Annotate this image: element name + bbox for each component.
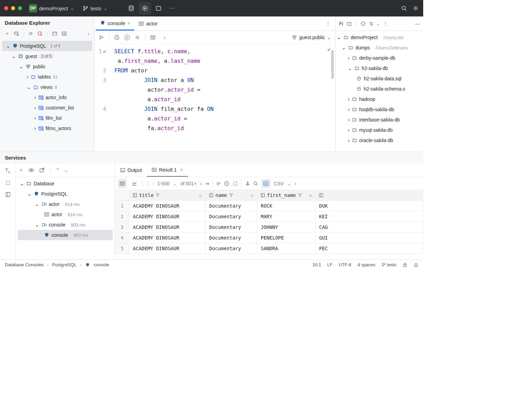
- folder-icon[interactable]: [347, 21, 352, 26]
- next-page-icon[interactable]: ›: [200, 181, 202, 186]
- maximize-window[interactable]: [18, 6, 22, 10]
- filter-icon[interactable]: [156, 193, 160, 197]
- filter-icon[interactable]: [298, 193, 302, 197]
- views-node[interactable]: ⌄ views 8: [0, 82, 94, 92]
- pin-icon[interactable]: [245, 181, 250, 186]
- code-editor[interactable]: 1✔ 2 3 4 SELECT f.title, c.name, a.first…: [94, 44, 335, 152]
- search-icon[interactable]: [253, 181, 258, 186]
- cell-firstname[interactable]: JOHNNY: [257, 222, 316, 232]
- svc-query-actor[interactable]: ⌄actor 614 ms: [16, 199, 115, 209]
- svc-query-console[interactable]: ⌄console 903 ms: [16, 220, 115, 230]
- grid-row[interactable]: 5 ACADEMY DINOSAUR Documentary SANDRA PE…: [115, 243, 423, 254]
- stop-icon[interactable]: [233, 181, 238, 186]
- cell-title[interactable]: ACADEMY DINOSAUR: [130, 211, 206, 222]
- table-view-icon[interactable]: [118, 179, 127, 188]
- cell-firstname[interactable]: SANDRA: [257, 243, 316, 254]
- indent[interactable]: 4 spaces: [358, 262, 375, 267]
- cell-name[interactable]: Documentary: [206, 201, 257, 211]
- folder-item[interactable]: ›oracle-sakila-db: [336, 135, 423, 145]
- cell-title[interactable]: ACADEMY DINOSAUR: [130, 222, 206, 232]
- grid-row[interactable]: 3 ACADEMY DINOSAUR Documentary JOHNNY CA…: [115, 222, 423, 233]
- close-icon[interactable]: ×: [127, 20, 131, 26]
- add-icon[interactable]: ＋: [19, 167, 23, 173]
- tx-icon[interactable]: Tx: [5, 167, 10, 174]
- grid-row[interactable]: 4 ACADEMY DINOSAUR Documentary PENELOPE …: [115, 233, 423, 243]
- filter-icon[interactable]: [229, 193, 233, 197]
- sort-icon[interactable]: ◇: [199, 192, 202, 198]
- minimize-icon[interactable]: —: [415, 21, 420, 26]
- cell-title[interactable]: ACADEMY DINOSAUR: [130, 201, 206, 211]
- last-page-icon[interactable]: ⇥: [205, 181, 209, 186]
- svc-db-node[interactable]: ⌄Database: [16, 178, 115, 189]
- run-icon[interactable]: [99, 35, 104, 40]
- folder-dumps[interactable]: ⌄dumps /Users/JetBrains: [336, 43, 423, 53]
- history-icon[interactable]: [114, 35, 120, 40]
- schema-selector[interactable]: guest.public: [292, 35, 331, 40]
- branch-selector[interactable]: tests: [83, 5, 108, 11]
- collapse-up-icon[interactable]: ⌃: [56, 167, 60, 173]
- datasource-props-icon[interactable]: [14, 31, 19, 36]
- lock-icon[interactable]: [403, 262, 407, 267]
- expand-icon[interactable]: ›: [164, 35, 166, 40]
- close-icon[interactable]: ×: [180, 167, 183, 173]
- collapse-down-icon[interactable]: ⌵: [65, 167, 67, 173]
- refresh-icon[interactable]: ⟳: [216, 181, 221, 186]
- view-item[interactable]: ›films_actors: [0, 123, 94, 133]
- cell-lastname[interactable]: GUI: [316, 233, 423, 243]
- more-icon[interactable]: ⋮: [383, 21, 388, 26]
- add-icon[interactable]: ＋: [5, 31, 10, 37]
- cell-firstname[interactable]: ROCK: [257, 201, 316, 211]
- grid-icon[interactable]: [150, 35, 156, 40]
- folder-item[interactable]: ›hadoop: [336, 94, 423, 104]
- export-format[interactable]: CSV: [274, 181, 284, 186]
- code-content[interactable]: SELECT f.title, c.name, a.first_name, a.…: [113, 44, 335, 152]
- file-item[interactable]: h2-sakila-schema.s: [336, 84, 423, 94]
- tabs-more-icon[interactable]: ⋮: [322, 21, 334, 26]
- tab-console[interactable]: console ×: [96, 16, 134, 31]
- tab-output[interactable]: Output: [115, 163, 147, 177]
- target-icon[interactable]: [360, 21, 366, 26]
- crumb[interactable]: console: [94, 262, 109, 267]
- col-header-title[interactable]: title◇: [130, 190, 206, 200]
- expand-icon[interactable]: ›: [295, 181, 296, 186]
- cell-name[interactable]: Documentary: [206, 243, 257, 254]
- svc-result-actor[interactable]: actor 614 ms: [16, 209, 115, 220]
- first-page-icon[interactable]: ⤴: [146, 181, 149, 186]
- eye-icon[interactable]: [28, 167, 34, 173]
- tables-node[interactable]: › tables 51: [0, 72, 94, 82]
- close-window[interactable]: [4, 6, 8, 10]
- cell-firstname[interactable]: MARY: [257, 211, 316, 222]
- svc-result-console[interactable]: console 903 ms: [18, 230, 113, 240]
- open-file-icon[interactable]: [153, 2, 165, 14]
- cell-firstname[interactable]: PENELOPE: [257, 233, 316, 243]
- line-ending[interactable]: LF: [327, 262, 333, 267]
- stop-icon[interactable]: [37, 31, 43, 36]
- project-selector[interactable]: DP demoProject: [29, 4, 75, 12]
- folder-item[interactable]: ›hsqldb-sakila-db: [336, 104, 423, 115]
- profile-icon[interactable]: p: [124, 35, 130, 40]
- collapse-icon[interactable]: ⌵: [377, 21, 380, 26]
- cell-name[interactable]: Documentary: [206, 233, 257, 243]
- database-tool-icon[interactable]: [125, 2, 137, 14]
- cursor-position[interactable]: 10:1: [313, 262, 321, 267]
- view-item[interactable]: ›film_list: [0, 113, 94, 123]
- tab-result[interactable]: Result 1×: [147, 163, 188, 177]
- minimize-window[interactable]: [11, 6, 15, 10]
- cell-lastname[interactable]: KEI: [316, 211, 423, 222]
- sort-icon[interactable]: ◇: [251, 192, 254, 198]
- prev-page-icon[interactable]: ‹: [152, 181, 154, 186]
- grid-row[interactable]: 1 ACADEMY DINOSAUR Documentary ROCK DUK: [115, 201, 423, 211]
- cell-lastname[interactable]: DUK: [316, 201, 423, 211]
- view-item[interactable]: ›customer_list: [0, 103, 94, 113]
- updown-icon[interactable]: ⇅: [369, 21, 373, 26]
- cell-lastname[interactable]: PEC: [316, 243, 423, 254]
- layout-icon[interactable]: [5, 192, 11, 197]
- sort-icon[interactable]: ◇: [309, 192, 312, 198]
- settings-gear-icon[interactable]: [412, 5, 419, 12]
- db-guest[interactable]: ⌄ guest 2 of 5: [0, 51, 94, 61]
- cell-name[interactable]: Documentary: [206, 211, 257, 222]
- scrollbar[interactable]: [331, 50, 334, 79]
- file-item[interactable]: h2-sakila-data.sql: [336, 73, 423, 84]
- folder-item[interactable]: ›derby-sample-db: [336, 53, 423, 63]
- refresh-icon[interactable]: ⟳: [29, 31, 33, 36]
